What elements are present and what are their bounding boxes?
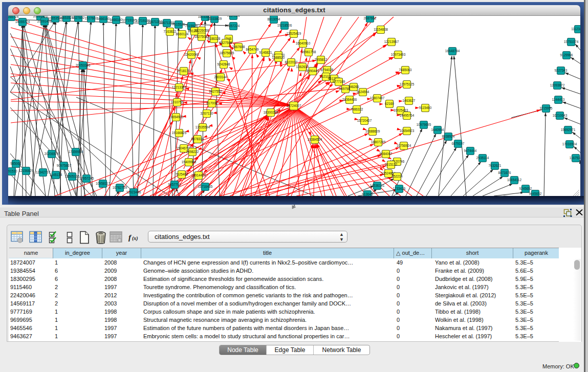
svg-text:62160: 62160 bbox=[385, 102, 394, 105]
svg-text:12975125: 12975125 bbox=[400, 82, 415, 86]
svg-text:11154808: 11154808 bbox=[374, 28, 388, 31]
svg-text:10756924: 10756924 bbox=[397, 144, 411, 147]
svg-text:18575685: 18575685 bbox=[220, 51, 234, 55]
svg-text:19384554: 19384554 bbox=[308, 138, 322, 141]
svg-text:12213967: 12213967 bbox=[384, 40, 399, 43]
svg-text:1640954: 1640954 bbox=[431, 128, 444, 132]
svg-text:9146821: 9146821 bbox=[259, 51, 272, 54]
svg-text:1527602: 1527602 bbox=[72, 16, 85, 19]
svg-text:16914479: 16914479 bbox=[191, 173, 206, 177]
svg-text:8878334: 8878334 bbox=[191, 137, 204, 141]
svg-text:15409948: 15409948 bbox=[182, 160, 197, 164]
svg-text:20053346: 20053346 bbox=[76, 63, 91, 67]
svg-text:9227343: 9227343 bbox=[555, 69, 568, 72]
svg-text:9245652: 9245652 bbox=[519, 187, 532, 190]
svg-text:15751074: 15751074 bbox=[564, 40, 579, 43]
svg-text:7485063: 7485063 bbox=[399, 68, 412, 72]
svg-text:12093872: 12093872 bbox=[550, 83, 565, 87]
svg-text:8660124: 8660124 bbox=[176, 32, 189, 36]
svg-text:6466160: 6466160 bbox=[110, 18, 123, 21]
svg-text:7625402: 7625402 bbox=[176, 172, 188, 176]
svg-text:14055724: 14055724 bbox=[15, 20, 30, 24]
svg-text:14536141: 14536141 bbox=[370, 184, 385, 187]
svg-text:12156829: 12156829 bbox=[19, 169, 34, 172]
svg-text:10654112: 10654112 bbox=[507, 178, 521, 182]
svg-text:18275052: 18275052 bbox=[194, 35, 209, 38]
svg-text:3215955: 3215955 bbox=[540, 106, 553, 110]
svg-text:13525419: 13525419 bbox=[287, 32, 301, 35]
svg-text:16210643: 16210643 bbox=[553, 114, 568, 117]
svg-text:985061: 985061 bbox=[10, 162, 21, 165]
svg-text:391530: 391530 bbox=[8, 169, 17, 173]
svg-text:1167534: 1167534 bbox=[570, 156, 580, 160]
svg-text:23226058: 23226058 bbox=[194, 29, 209, 32]
svg-text:1733426: 1733426 bbox=[393, 187, 406, 190]
svg-text:1527602: 1527602 bbox=[85, 16, 98, 20]
svg-text:7163822: 7163822 bbox=[164, 30, 177, 33]
svg-text:19654935: 19654935 bbox=[169, 115, 184, 119]
svg-text:8471676: 8471676 bbox=[498, 171, 511, 174]
svg-text:746266: 746266 bbox=[348, 85, 359, 89]
svg-text:17016504: 17016504 bbox=[562, 142, 577, 146]
svg-text:1463627: 1463627 bbox=[403, 99, 416, 102]
svg-text:9445652: 9445652 bbox=[529, 192, 542, 195]
svg-text:7857224: 7857224 bbox=[227, 16, 240, 17]
svg-text:6879197: 6879197 bbox=[452, 142, 465, 145]
svg-text:90975867: 90975867 bbox=[57, 164, 72, 167]
svg-text:13535594: 13535594 bbox=[195, 125, 210, 129]
svg-text:(x): (x) bbox=[132, 235, 138, 242]
svg-text:22420046: 22420046 bbox=[184, 53, 199, 56]
svg-text:8186328: 8186328 bbox=[208, 37, 221, 40]
svg-text:12213369: 12213369 bbox=[172, 85, 187, 89]
svg-text:7857224: 7857224 bbox=[227, 24, 240, 28]
svg-text:7515526: 7515526 bbox=[172, 23, 185, 26]
svg-text:8938924: 8938924 bbox=[442, 135, 455, 138]
svg-text:11123456: 11123456 bbox=[571, 27, 580, 31]
svg-text:2867608: 2867608 bbox=[232, 45, 245, 49]
svg-text:10979695: 10979695 bbox=[417, 123, 431, 126]
svg-text:8322037: 8322037 bbox=[285, 60, 298, 64]
svg-text:1498222: 1498222 bbox=[186, 150, 199, 154]
svg-text:2803144: 2803144 bbox=[214, 75, 227, 79]
svg-text:16640910: 16640910 bbox=[296, 41, 311, 45]
svg-text:10654923: 10654923 bbox=[400, 129, 415, 133]
svg-text:17957245: 17957245 bbox=[79, 177, 94, 180]
svg-text:16033809: 16033809 bbox=[207, 17, 222, 20]
svg-text:3624554: 3624554 bbox=[357, 90, 369, 94]
svg-text:12505135: 12505135 bbox=[65, 174, 80, 178]
svg-text:9242848: 9242848 bbox=[217, 62, 230, 66]
svg-text:10719185: 10719185 bbox=[122, 18, 137, 22]
svg-text:8454749: 8454749 bbox=[246, 48, 259, 51]
svg-text:f: f bbox=[128, 233, 132, 242]
svg-text:913646: 913646 bbox=[362, 192, 373, 196]
svg-text:252214: 252214 bbox=[391, 174, 403, 178]
svg-text:7955812: 7955812 bbox=[315, 58, 328, 61]
svg-text:12923446: 12923446 bbox=[126, 190, 141, 194]
svg-text:7632621: 7632621 bbox=[489, 164, 502, 167]
svg-text:10688609: 10688609 bbox=[365, 129, 380, 133]
svg-text:20206576: 20206576 bbox=[45, 152, 59, 156]
svg-text:1588520: 1588520 bbox=[272, 56, 285, 59]
svg-text:8813054: 8813054 bbox=[268, 17, 280, 21]
svg-text:14055724: 14055724 bbox=[8, 16, 19, 18]
svg-text:15716485: 15716485 bbox=[198, 185, 213, 188]
svg-text:2935114: 2935114 bbox=[476, 156, 489, 160]
svg-text:15720407: 15720407 bbox=[357, 119, 372, 122]
svg-text:8427552: 8427552 bbox=[209, 90, 222, 93]
svg-text:18807249: 18807249 bbox=[371, 140, 386, 144]
svg-text:1010755: 1010755 bbox=[171, 100, 184, 104]
svg-text:6466160: 6466160 bbox=[97, 17, 110, 20]
svg-text:19218506: 19218506 bbox=[277, 24, 292, 27]
svg-text:14495764: 14495764 bbox=[400, 114, 415, 117]
svg-text:9129966: 9129966 bbox=[560, 53, 573, 57]
svg-text:817006: 817006 bbox=[206, 101, 217, 105]
svg-text:1244413: 1244413 bbox=[552, 98, 565, 101]
svg-text:19166825: 19166825 bbox=[172, 131, 187, 135]
svg-text:18300295: 18300295 bbox=[264, 111, 278, 114]
svg-text:20091406: 20091406 bbox=[37, 19, 52, 23]
svg-text:2687662: 2687662 bbox=[364, 16, 377, 20]
svg-text:9474444: 9474444 bbox=[464, 149, 477, 152]
svg-text:1615132: 1615132 bbox=[385, 163, 398, 166]
svg-text:1362615: 1362615 bbox=[296, 65, 309, 69]
svg-text:3267130: 3267130 bbox=[201, 112, 213, 115]
